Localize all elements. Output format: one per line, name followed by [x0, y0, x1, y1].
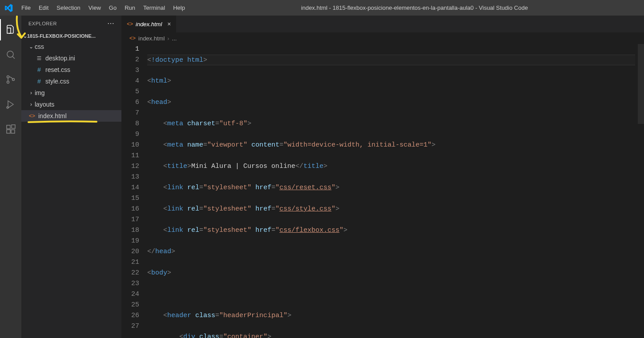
- close-icon[interactable]: ×: [167, 20, 171, 28]
- explorer-icon[interactable]: [0, 19, 21, 40]
- menu-help[interactable]: Help: [169, 3, 189, 13]
- chevron-down-icon: ⌄: [23, 33, 27, 39]
- chevron-down-icon: ⌄: [28, 44, 35, 50]
- chevron-right-icon: ›: [28, 90, 35, 96]
- svg-rect-8: [11, 130, 15, 133]
- folder-layouts[interactable]: › layouts: [21, 99, 121, 110]
- css-file-icon: #: [35, 78, 44, 85]
- tree-label: layouts: [35, 101, 54, 108]
- run-debug-icon[interactable]: [0, 94, 21, 115]
- sidebar: EXPLORER ⋯ ⌄ 1815-FLEXBOX-POSICIONE... ⌄…: [21, 16, 121, 338]
- annotation-underline: [28, 122, 99, 123]
- svg-rect-9: [12, 125, 15, 128]
- title-bar: File Edit Selection View Go Run Terminal…: [0, 0, 644, 16]
- svg-rect-6: [7, 125, 10, 129]
- code-content[interactable]: <!doctype html> <html> <head> <meta char…: [147, 44, 644, 338]
- folder-img[interactable]: › img: [21, 87, 121, 99]
- svg-line-1: [12, 56, 15, 59]
- menu-file[interactable]: File: [18, 3, 34, 13]
- menu-go[interactable]: Go: [105, 3, 120, 13]
- activity-bar: [0, 16, 21, 338]
- sidebar-header: EXPLORER ⋯: [21, 16, 121, 31]
- file-reset-css[interactable]: # reset.css: [21, 64, 121, 76]
- window-title: index.html - 1815-flexbox-posicione-elem…: [189, 4, 640, 11]
- breadcrumbs[interactable]: <> index.html › ...: [121, 32, 644, 44]
- menu-bar: File Edit Selection View Go Run Terminal…: [18, 3, 189, 13]
- vertical-scrollbar[interactable]: [638, 44, 644, 338]
- code-area[interactable]: 12345 678910 1112131415 1617181920 21222…: [121, 44, 644, 338]
- breadcrumb-separator: ›: [167, 35, 169, 42]
- search-icon[interactable]: [0, 44, 21, 65]
- file-tree: ⌄ css desktop.ini # reset.css # style.cs…: [21, 41, 121, 123]
- project-name: 1815-FLEXBOX-POSICIONE...: [27, 33, 96, 39]
- tree-label: index.html: [38, 112, 67, 119]
- breadcrumb-ellipsis: ...: [172, 35, 177, 42]
- tree-label: css: [35, 43, 44, 50]
- svg-point-3: [7, 81, 9, 84]
- tree-label: reset.css: [45, 66, 70, 73]
- tree-label: img: [35, 89, 45, 96]
- vscode-logo-icon: [4, 3, 14, 13]
- folder-css[interactable]: ⌄ css: [21, 41, 121, 52]
- html-file-icon: <>: [127, 21, 133, 27]
- html-file-icon: <>: [28, 113, 36, 119]
- tab-label: index.html: [136, 21, 162, 28]
- tab-index-html[interactable]: <> index.html ×: [121, 16, 177, 32]
- svg-point-0: [7, 51, 13, 57]
- source-control-icon[interactable]: [0, 69, 21, 90]
- breadcrumb-file: index.html: [138, 35, 165, 42]
- svg-point-5: [7, 107, 8, 108]
- file-style-css[interactable]: # style.css: [21, 76, 121, 87]
- sidebar-more-icon[interactable]: ⋯: [107, 19, 115, 28]
- chevron-right-icon: ›: [28, 101, 35, 107]
- extensions-icon[interactable]: [0, 119, 21, 140]
- sidebar-title: EXPLORER: [28, 21, 57, 26]
- svg-point-2: [7, 76, 9, 78]
- line-numbers: 12345 678910 1112131415 1617181920 21222…: [121, 44, 147, 338]
- file-desktop-ini[interactable]: desktop.ini: [21, 52, 121, 64]
- tree-label: desktop.ini: [45, 55, 75, 62]
- menu-edit[interactable]: Edit: [35, 3, 52, 13]
- html-file-icon: <>: [129, 35, 136, 41]
- menu-selection[interactable]: Selection: [53, 3, 84, 13]
- editor: <> index.html × <> index.html › ... 1234…: [121, 16, 644, 338]
- file-icon: [35, 55, 44, 61]
- project-header[interactable]: ⌄ 1815-FLEXBOX-POSICIONE...: [21, 31, 121, 41]
- svg-rect-7: [7, 130, 10, 133]
- menu-view[interactable]: View: [85, 3, 105, 13]
- css-file-icon: #: [35, 66, 44, 73]
- menu-run[interactable]: Run: [121, 3, 139, 13]
- menu-terminal[interactable]: Terminal: [140, 3, 169, 13]
- tabs-bar: <> index.html ×: [121, 16, 644, 32]
- tree-label: style.css: [45, 78, 69, 85]
